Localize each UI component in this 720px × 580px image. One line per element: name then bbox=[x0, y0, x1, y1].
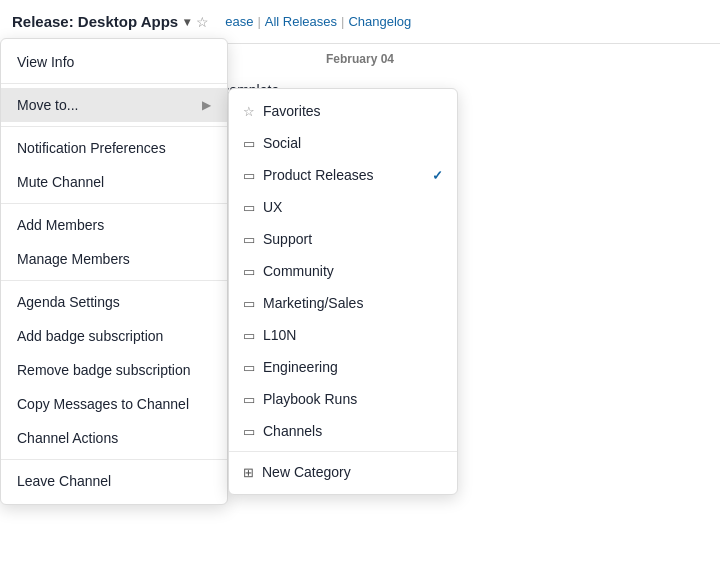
submenu-item-community[interactable]: ▭ Community bbox=[229, 255, 457, 287]
breadcrumb-sep1: | bbox=[257, 14, 260, 29]
submenu-item-marketing-sales[interactable]: ▭ Marketing/Sales bbox=[229, 287, 457, 319]
menu-item-agenda-settings[interactable]: Agenda Settings bbox=[1, 285, 227, 319]
menu-divider-5 bbox=[1, 459, 227, 460]
menu-item-add-members[interactable]: Add Members bbox=[1, 208, 227, 242]
folder-icon-social: ▭ bbox=[243, 136, 255, 151]
folder-icon-product-releases: ▭ bbox=[243, 168, 255, 183]
menu-item-leave-channel[interactable]: Leave Channel bbox=[1, 464, 227, 498]
folder-icon-support: ▭ bbox=[243, 232, 255, 247]
menu-item-add-badge-subscription[interactable]: Add badge subscription bbox=[1, 319, 227, 353]
menu-item-copy-messages[interactable]: Copy Messages to Channel bbox=[1, 387, 227, 421]
channel-title-button[interactable]: Release: Desktop Apps ▾ bbox=[12, 13, 190, 30]
menu-divider-4 bbox=[1, 280, 227, 281]
breadcrumb: ease | All Releases | Changelog bbox=[225, 14, 411, 29]
menu-item-notification-preferences[interactable]: Notification Preferences bbox=[1, 131, 227, 165]
submenu-item-favorites[interactable]: ☆ Favorites bbox=[229, 95, 457, 127]
folder-icon-channels: ▭ bbox=[243, 424, 255, 439]
submenu-item-ux[interactable]: ▭ UX bbox=[229, 191, 457, 223]
submenu: ☆ Favorites ▭ Social ▭ Product Releases … bbox=[228, 88, 458, 495]
favorites-star-icon: ☆ bbox=[243, 104, 255, 119]
check-icon-product-releases: ✓ bbox=[432, 168, 443, 183]
menu-item-mute-channel[interactable]: Mute Channel bbox=[1, 165, 227, 199]
menu-divider-1 bbox=[1, 83, 227, 84]
menu-item-remove-badge-subscription[interactable]: Remove badge subscription bbox=[1, 353, 227, 387]
menu-item-view-info[interactable]: View Info bbox=[1, 45, 227, 79]
menu-item-move-to[interactable]: Move to... ▶ bbox=[1, 88, 227, 122]
breadcrumb-changelog-link[interactable]: Changelog bbox=[348, 14, 411, 29]
star-icon[interactable]: ☆ bbox=[196, 14, 209, 30]
breadcrumb-all-releases-link[interactable]: All Releases bbox=[265, 14, 337, 29]
folder-icon-community: ▭ bbox=[243, 264, 255, 279]
chevron-down-icon: ▾ bbox=[184, 15, 190, 29]
menu-divider-2 bbox=[1, 126, 227, 127]
menu-item-manage-members[interactable]: Manage Members bbox=[1, 242, 227, 276]
submenu-item-social[interactable]: ▭ Social bbox=[229, 127, 457, 159]
submenu-item-channels[interactable]: ▭ Channels bbox=[229, 415, 457, 447]
menu-divider-3 bbox=[1, 203, 227, 204]
folder-icon-playbook-runs: ▭ bbox=[243, 392, 255, 407]
submenu-item-product-releases[interactable]: ▭ Product Releases ✓ bbox=[229, 159, 457, 191]
submenu-arrow-icon: ▶ bbox=[202, 98, 211, 112]
breadcrumb-release-link[interactable]: ease bbox=[225, 14, 253, 29]
submenu-item-engineering[interactable]: ▭ Engineering bbox=[229, 351, 457, 383]
menu-item-channel-actions[interactable]: Channel Actions bbox=[1, 421, 227, 455]
breadcrumb-sep2: | bbox=[341, 14, 344, 29]
channel-title-text: Release: Desktop Apps bbox=[12, 13, 178, 30]
folder-icon-engineering: ▭ bbox=[243, 360, 255, 375]
folder-icon-marketing-sales: ▭ bbox=[243, 296, 255, 311]
context-menu: View Info Move to... ▶ Notification Pref… bbox=[0, 38, 228, 505]
folder-icon-ux: ▭ bbox=[243, 200, 255, 215]
new-folder-icon: ⊞ bbox=[243, 465, 254, 480]
submenu-item-new-category[interactable]: ⊞ New Category bbox=[229, 456, 457, 488]
submenu-divider bbox=[229, 451, 457, 452]
submenu-item-playbook-runs[interactable]: ▭ Playbook Runs bbox=[229, 383, 457, 415]
submenu-item-support[interactable]: ▭ Support bbox=[229, 223, 457, 255]
submenu-item-l10n[interactable]: ▭ L10N bbox=[229, 319, 457, 351]
folder-icon-l10n: ▭ bbox=[243, 328, 255, 343]
